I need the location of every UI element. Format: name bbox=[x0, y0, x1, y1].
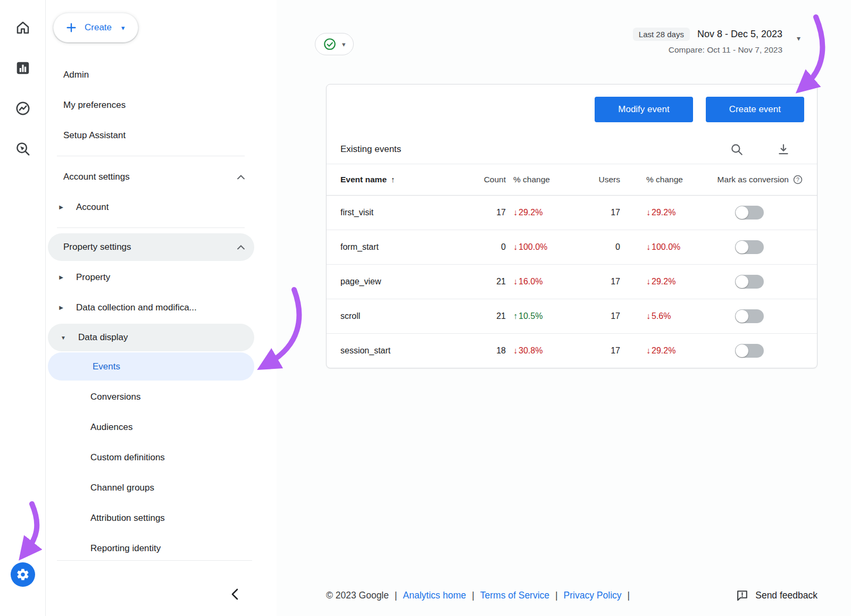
mark-as-conversion-toggle[interactable] bbox=[735, 240, 764, 254]
table-row: page_view 21 ↓16.0% 17 ↓29.2% bbox=[327, 264, 817, 299]
date-range-selector[interactable]: Last 28 days Nov 8 - Dec 5, 2023 Compare… bbox=[633, 28, 800, 55]
column-mark-as-conversion: Mark as conversion? bbox=[713, 164, 817, 195]
users-change-cell: ↓29.2% bbox=[639, 333, 713, 368]
download-icon[interactable] bbox=[777, 142, 790, 156]
sidebar-item-account[interactable]: ▶ Account bbox=[46, 192, 277, 222]
analytics-home-link[interactable]: Analytics home bbox=[403, 590, 466, 601]
trend-arrow-icon: ↓ bbox=[646, 311, 650, 321]
divider bbox=[57, 156, 245, 156]
event-users-cell: 17 bbox=[580, 195, 639, 230]
chevron-down-icon: ▾ bbox=[342, 40, 346, 48]
main-content: ▾ Last 28 days Nov 8 - Dec 5, 2023 Compa… bbox=[277, 0, 851, 616]
event-users-cell: 17 bbox=[580, 264, 639, 299]
account-settings-header[interactable]: Account settings bbox=[46, 162, 277, 192]
ga4-admin-page: Create ▾ Admin My preferences Setup Assi… bbox=[0, 0, 851, 616]
column-users: Users bbox=[580, 164, 639, 195]
sidebar-item-label: Account bbox=[76, 202, 109, 213]
event-users-cell: 17 bbox=[580, 333, 639, 368]
sidebar-item-attribution-settings[interactable]: Attribution settings bbox=[46, 503, 277, 533]
sidebar-item-my-preferences[interactable]: My preferences bbox=[46, 90, 277, 120]
terms-of-service-link[interactable]: Terms of Service bbox=[480, 590, 549, 601]
feedback-icon bbox=[736, 589, 749, 602]
home-icon[interactable] bbox=[14, 19, 31, 36]
count-change-cell: ↓16.0% bbox=[506, 264, 580, 299]
column-users-change: % change bbox=[639, 164, 713, 195]
event-count-cell: 21 bbox=[458, 264, 506, 299]
sidebar-item-channel-groups[interactable]: Channel groups bbox=[46, 472, 277, 503]
table-title: Existing events bbox=[340, 144, 401, 155]
mark-as-conversion-toggle[interactable] bbox=[735, 206, 764, 220]
conversion-cell bbox=[713, 230, 817, 264]
send-feedback-button[interactable]: Send feedback bbox=[736, 589, 817, 602]
event-count-cell: 18 bbox=[458, 333, 506, 368]
sidebar-item-admin[interactable]: Admin bbox=[46, 60, 277, 90]
sidebar-item-setup-assistant[interactable]: Setup Assistant bbox=[46, 120, 277, 150]
table-row: first_visit 17 ↓29.2% 17 ↓29.2% bbox=[327, 195, 817, 230]
help-icon[interactable]: ? bbox=[792, 174, 803, 185]
chevron-up-icon bbox=[237, 245, 245, 250]
trend-arrow-icon: ↓ bbox=[513, 208, 518, 217]
advertising-icon[interactable] bbox=[14, 100, 31, 117]
modify-event-button[interactable]: Modify event bbox=[595, 97, 693, 122]
chevron-down-icon: ▾ bbox=[797, 34, 800, 43]
event-count-cell: 0 bbox=[458, 230, 506, 264]
reports-icon[interactable] bbox=[14, 60, 31, 77]
search-icon[interactable] bbox=[730, 142, 744, 156]
conversion-cell bbox=[713, 195, 817, 230]
create-button-label: Create bbox=[85, 22, 112, 33]
mark-as-conversion-toggle[interactable] bbox=[735, 275, 764, 289]
sidebar-item-data-display[interactable]: ▼ Data display bbox=[48, 324, 254, 351]
table-row: session_start 18 ↓30.8% 17 ↓29.2% bbox=[327, 333, 817, 368]
explore-icon[interactable] bbox=[14, 140, 31, 157]
disclosure-triangle-icon: ▶ bbox=[57, 204, 65, 210]
conversion-cell bbox=[713, 299, 817, 333]
create-event-button[interactable]: Create event bbox=[706, 97, 804, 122]
sidebar-item-reporting-identity[interactable]: Reporting identity bbox=[46, 533, 277, 560]
sidebar-item-events[interactable]: Events bbox=[48, 352, 254, 381]
nav-rail bbox=[0, 0, 46, 616]
copyright-label: © 2023 Google bbox=[326, 590, 389, 601]
section-label: Property settings bbox=[63, 242, 131, 252]
collapse-sidebar-button[interactable] bbox=[231, 588, 238, 600]
mark-as-conversion-toggle[interactable] bbox=[735, 309, 764, 323]
event-name-cell: page_view bbox=[327, 264, 458, 299]
trend-arrow-icon: ↑ bbox=[513, 311, 518, 321]
count-change-cell: ↓30.8% bbox=[506, 333, 580, 368]
sidebar-item-data-collection[interactable]: ▶ Data collection and modifica... bbox=[46, 292, 277, 323]
column-count-change: % change bbox=[506, 164, 580, 195]
svg-text:?: ? bbox=[796, 176, 799, 182]
chevron-up-icon bbox=[237, 174, 245, 179]
sidebar-item-label: Data collection and modifica... bbox=[76, 302, 197, 313]
events-table: Event name↑ Count % change Users % chang… bbox=[327, 164, 817, 368]
users-change-cell: ↓5.6% bbox=[639, 299, 713, 333]
event-name-cell: form_start bbox=[327, 230, 458, 264]
check-circle-icon bbox=[323, 37, 337, 51]
toggle-knob bbox=[736, 310, 748, 323]
sidebar-item-property[interactable]: ▶ Property bbox=[46, 262, 277, 292]
create-button[interactable]: Create ▾ bbox=[53, 13, 138, 43]
date-range-label: Nov 8 - Dec 5, 2023 bbox=[697, 29, 782, 40]
count-change-cell: ↓29.2% bbox=[506, 195, 580, 230]
divider bbox=[57, 227, 245, 228]
trend-arrow-icon: ↓ bbox=[646, 277, 650, 286]
sidebar-item-label: Property bbox=[76, 272, 110, 283]
event-count-cell: 17 bbox=[458, 195, 506, 230]
sidebar-item-label: Data display bbox=[78, 332, 128, 343]
disclosure-triangle-icon: ▼ bbox=[59, 335, 68, 341]
chevron-down-icon: ▾ bbox=[121, 24, 125, 32]
toggle-knob bbox=[736, 241, 748, 254]
mark-as-conversion-toggle[interactable] bbox=[735, 344, 764, 358]
property-settings-header[interactable]: Property settings bbox=[48, 233, 254, 261]
toggle-knob bbox=[736, 344, 748, 357]
disclosure-triangle-icon: ▶ bbox=[57, 274, 65, 280]
count-change-cell: ↑10.5% bbox=[506, 299, 580, 333]
admin-gear-icon[interactable] bbox=[11, 562, 35, 587]
sidebar-item-custom-definitions[interactable]: Custom definitions bbox=[46, 442, 277, 472]
sidebar-item-conversions[interactable]: Conversions bbox=[46, 382, 277, 412]
column-event-name[interactable]: Event name↑ bbox=[327, 164, 458, 195]
divider bbox=[57, 560, 252, 561]
status-selector[interactable]: ▾ bbox=[315, 33, 354, 55]
sidebar-item-audiences[interactable]: Audiences bbox=[46, 412, 277, 442]
sort-ascending-icon: ↑ bbox=[391, 175, 395, 184]
privacy-policy-link[interactable]: Privacy Policy bbox=[564, 590, 622, 601]
